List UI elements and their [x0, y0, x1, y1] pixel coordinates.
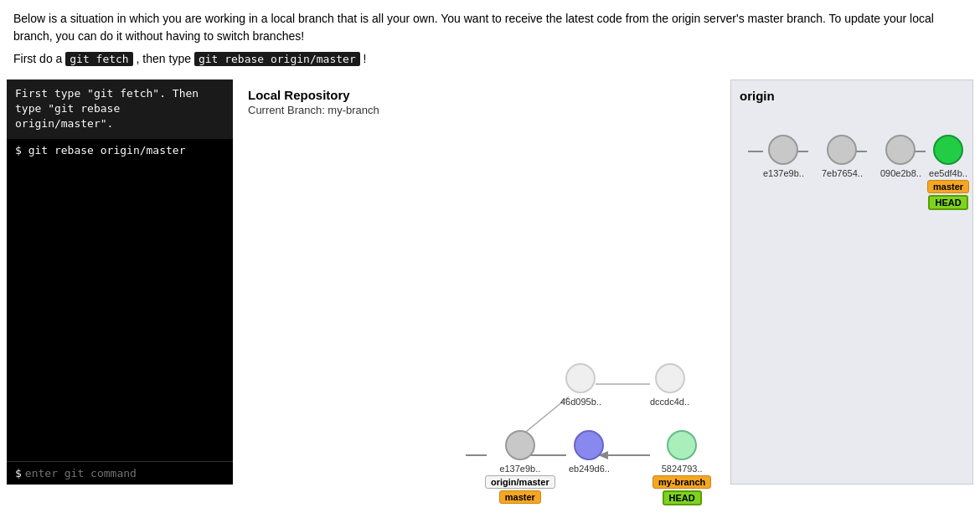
terminal-panel: First type "git fetch". Then type "git r… [7, 79, 233, 485]
origin-commit-7eb7654: 7eb7654.. [822, 135, 863, 178]
badge-master-local: master [499, 490, 541, 504]
commit-circle-5824793 [667, 430, 697, 460]
commit-circle-dccdc4d [655, 363, 685, 393]
description-line1: Below is a situation in which you are wo… [13, 10, 967, 45]
origin-circle-090e2b8 [885, 135, 916, 165]
origin-circle-7eb7654 [827, 135, 857, 165]
origin-label-ee5df4b: ee5df4b.. [929, 168, 967, 178]
commit-label-5824793: 5824793.. [662, 464, 703, 474]
git-rebase-code: git rebase origin/master [194, 52, 360, 66]
commit-circle-46d095b [565, 363, 596, 393]
origin-commit-e137e9b: e137e9b.. [763, 135, 804, 178]
badge-origin-master: origin/master [485, 475, 555, 489]
origin-panel: origin e137e9b.. [730, 79, 973, 485]
origin-label-090e2b8: 090e2b8.. [880, 168, 921, 178]
terminal-input-row: $ [15, 467, 224, 480]
commit-circle-e137e9b [505, 430, 535, 460]
origin-commit-ee5df4b: ee5df4b.. master HEAD [927, 135, 969, 210]
local-repo-graph: e137e9b.. origin/master master eb249d6..… [248, 125, 715, 476]
commit-label-46d095b: 46d095b.. [560, 397, 601, 407]
terminal-command: $ git rebase origin/master [7, 139, 233, 162]
commit-e137e9b: e137e9b.. origin/master master [485, 430, 555, 504]
origin-title: origin [740, 89, 964, 103]
badge-head-local: HEAD [663, 490, 702, 505]
origin-label-e137e9b: e137e9b.. [763, 168, 804, 178]
top-text-area: Below is a situation in which you are wo… [0, 0, 980, 79]
badge-my-branch: my-branch [652, 475, 711, 489]
local-repo-title: Local Repository [248, 88, 715, 102]
commit-label-eb249d6: eb249d6.. [569, 464, 610, 474]
origin-commit-090e2b8: 090e2b8.. [880, 135, 921, 178]
commit-eb249d6: eb249d6.. [569, 430, 610, 474]
main-area: First type "git fetch". Then type "git r… [7, 79, 973, 485]
commit-label-dccdc4d: dccdc4d.. [650, 397, 689, 407]
first-do-a: First do a [13, 52, 65, 65]
local-repo-svg [248, 125, 715, 476]
commit-5824793: 5824793.. my-branch HEAD [652, 430, 711, 505]
git-fetch-code: git fetch [65, 52, 132, 66]
origin-graph: e137e9b.. 7eb7654.. 090e2b8.. ee5df4b.. … [740, 111, 964, 279]
terminal-prompt: $ [15, 467, 22, 480]
origin-badge-head: HEAD [928, 195, 967, 210]
exclamation: ! [364, 52, 367, 65]
terminal-input[interactable] [25, 467, 193, 480]
commit-dccdc4d: dccdc4d.. [650, 363, 689, 407]
origin-label-7eb7654: 7eb7654.. [822, 168, 863, 178]
description-line2: First do a git fetch , then type git reb… [13, 50, 967, 68]
terminal-hint: First type "git fetch". Then type "git r… [7, 79, 233, 139]
commit-circle-eb249d6 [574, 430, 604, 460]
commit-46d095b: 46d095b.. [560, 363, 601, 407]
local-repo-subtitle: Current Branch: my-branch [248, 104, 715, 116]
origin-circle-e137e9b [768, 135, 798, 165]
local-repo-panel: Local Repository Current Branch: my-bran… [240, 79, 724, 485]
origin-circle-ee5df4b [933, 135, 963, 165]
then-type: , then type [137, 52, 194, 65]
origin-badge-master: master [927, 180, 969, 193]
terminal-input-area[interactable]: $ [7, 461, 233, 485]
commit-label-e137e9b: e137e9b.. [499, 464, 540, 474]
